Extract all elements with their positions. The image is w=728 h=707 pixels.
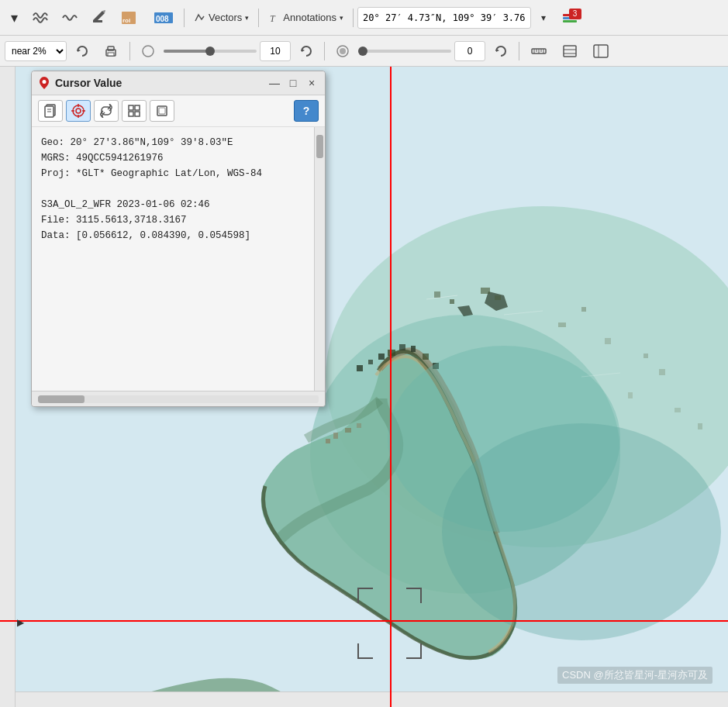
copy2-icon [155, 104, 169, 118]
measure-button[interactable] [525, 40, 553, 63]
dialog-h-scrollbar-thumb[interactable] [38, 395, 85, 403]
svg-point-18 [340, 48, 346, 54]
vectors-dropdown[interactable]: Vectors ▾ [188, 6, 254, 29]
crosshair-vertical [390, 67, 392, 707]
print-button[interactable] [98, 40, 124, 63]
annotations-chevron-icon: ▾ [340, 14, 343, 22]
main-menu-dropdown[interactable]: ▾ [3, 6, 25, 29]
ruler-bottom [16, 691, 728, 707]
refresh2-button[interactable] [294, 40, 319, 63]
svg-point-70 [43, 80, 47, 84]
svg-marker-16 [302, 49, 305, 52]
slider1[interactable] [164, 50, 257, 53]
bracket-top-left [357, 588, 373, 603]
svg-rect-41 [378, 354, 385, 360]
sep4 [129, 42, 130, 60]
wave1-icon [32, 9, 49, 26]
coordinate-display: 20° 27′ 4.73″N, 109° 39′ 3.76 [357, 7, 531, 29]
slider2-container [358, 50, 451, 53]
dialog-link-btn[interactable] [94, 100, 119, 122]
pin-icon [38, 76, 50, 90]
svg-rect-53 [605, 338, 611, 344]
svg-rect-68 [345, 428, 351, 433]
svg-rect-49 [450, 299, 454, 304]
svg-rect-51 [558, 322, 566, 327]
dialog-copy-btn[interactable] [38, 100, 63, 122]
tool-wave1-button[interactable] [26, 6, 54, 29]
watermark: CSDN @所忿皆星河-星河亦可及 [557, 667, 712, 684]
badge-button[interactable]: 3 [556, 6, 584, 29]
refresh1-icon [75, 44, 89, 58]
dialog-restore-button[interactable]: □ [286, 76, 300, 90]
annotations-icon: T [268, 12, 281, 24]
s3a-line: S3A_OL_2_WFR 2023-01-06 02:46 [41, 197, 305, 212]
toolbar-second: near 2% 50% 100% 10 [0, 36, 728, 67]
refresh1-button[interactable] [70, 40, 95, 63]
separator1 [184, 9, 185, 27]
separator3 [353, 9, 354, 27]
dialog-help-btn[interactable]: ? [294, 100, 319, 122]
dialog-horizontal-scrollbar[interactable] [38, 395, 319, 403]
svg-rect-50 [434, 291, 440, 298]
svg-rect-84 [135, 112, 140, 116]
svg-rect-83 [129, 112, 133, 116]
tool-roi-button[interactable]: roi [115, 6, 146, 29]
dialog-copy2-btn[interactable] [150, 100, 174, 122]
grid-icon [127, 104, 141, 118]
zoom-select[interactable]: near 2% 50% 100% [5, 41, 67, 61]
circle1-button[interactable] [136, 40, 160, 63]
refresh2-icon [299, 44, 313, 58]
svg-rect-81 [129, 105, 133, 110]
sep6 [519, 42, 519, 60]
ruler-left [0, 67, 16, 707]
vectors-label: Vectors [209, 12, 242, 23]
refresh3-button[interactable] [488, 40, 513, 63]
map-area[interactable]: ▶ CSDN @所忿皆星河-星河亦可及 Cursor Value — □ × [0, 67, 728, 707]
slider2-thumb[interactable] [358, 47, 367, 56]
slider1-thumb[interactable] [205, 47, 215, 56]
tool-edit-button[interactable] [85, 6, 113, 29]
svg-marker-19 [496, 49, 499, 52]
layers-btn[interactable] [556, 40, 584, 63]
svg-point-15 [143, 46, 154, 57]
annotations-label: Annotations [283, 12, 336, 23]
dialog-target-btn[interactable] [66, 100, 91, 122]
tool-wave2-button[interactable] [56, 6, 84, 29]
dialog-minimize-button[interactable]: — [267, 76, 281, 90]
svg-rect-44 [411, 346, 416, 352]
extra-icon [592, 43, 609, 60]
help-icon: ? [303, 105, 310, 117]
svg-point-76 [76, 109, 81, 113]
tool-008-button[interactable]: 008 [147, 6, 180, 29]
svg-point-75 [73, 105, 84, 116]
svg-rect-67 [333, 433, 338, 439]
svg-rect-55 [659, 369, 665, 375]
dialog-close-button[interactable]: × [305, 76, 319, 90]
cursor-value-dialog: Cursor Value — □ × [31, 71, 326, 407]
coord-dropdown-button[interactable]: ▾ [533, 6, 554, 29]
annotations-dropdown[interactable]: T Annotations ▾ [263, 6, 349, 29]
slider2[interactable] [358, 50, 451, 53]
slider1-track [164, 50, 210, 53]
dialog-footer [32, 391, 325, 406]
file-line: File: 3115.5613,3718.3167 [41, 212, 305, 228]
svg-rect-58 [698, 423, 702, 429]
svg-text:roi: roi [122, 17, 130, 24]
dialog-vertical-scrollbar[interactable] [314, 127, 325, 391]
coord-text: 20° 27′ 4.73″N, 109° 39′ 3.76 [363, 12, 526, 23]
extra-btn[interactable] [587, 40, 615, 63]
dialog-toolbar: ? [32, 95, 325, 127]
vectors-chevron-icon: ▾ [245, 14, 249, 22]
play-button[interactable]: ▶ [17, 617, 24, 628]
dialog-scrollbar-thumb[interactable] [316, 135, 323, 158]
svg-rect-14 [108, 53, 114, 56]
slider2-input[interactable]: 0 [454, 41, 485, 61]
crosshair-horizontal [0, 620, 728, 622]
slider1-input[interactable]: 10 [260, 41, 291, 61]
dialog-grid-btn[interactable] [122, 100, 147, 122]
svg-point-60 [442, 423, 721, 640]
layers2-icon [561, 43, 578, 60]
circle2-button[interactable] [330, 40, 355, 63]
geo-line: Geo: 20° 27′3.86″N,109° 39′8.03″E [41, 135, 305, 150]
svg-rect-10 [563, 20, 577, 22]
